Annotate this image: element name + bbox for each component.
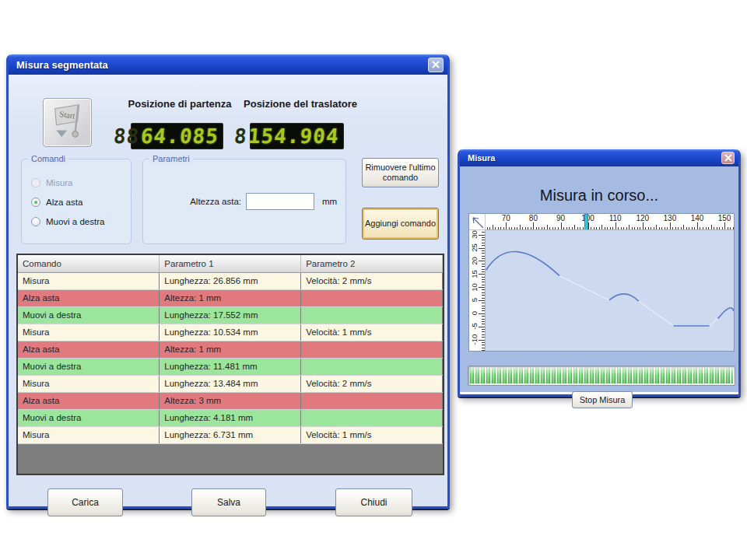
- window-title: Misura: [468, 153, 721, 163]
- lcd-value: 64.085: [140, 124, 220, 148]
- measurement-progress-bar: [468, 366, 735, 386]
- x-tick-label: 80: [521, 214, 545, 222]
- window-misura-segmentata: Misura segmentata Start Posizione di par…: [6, 54, 450, 509]
- start-button[interactable]: Start: [43, 98, 92, 147]
- radio-icon: [31, 217, 40, 226]
- add-command-button[interactable]: Aggiungi comando: [362, 208, 439, 240]
- x-tick-label: 70: [494, 214, 517, 222]
- column-header[interactable]: Parametro 1: [160, 255, 301, 272]
- window-misura: Misura Misura in corso... 70809010011012…: [458, 149, 741, 397]
- position-cursor: [584, 214, 588, 230]
- column-header[interactable]: Parametro 2: [301, 255, 443, 272]
- table-cell: Lunghezza: 11.481 mm: [160, 358, 301, 375]
- table-cell: Muovi a destra: [18, 358, 160, 375]
- lcd-ghost-digits: 8: [233, 124, 247, 148]
- radio-icon: [31, 198, 40, 207]
- x-tick-label: 90: [549, 214, 573, 222]
- curve-segment: [486, 252, 559, 276]
- close-icon[interactable]: [721, 152, 735, 164]
- x-tick-label: 110: [604, 214, 627, 222]
- table-cell: Altezza: 3 mm: [160, 392, 301, 409]
- table-cell: [301, 341, 443, 358]
- measurement-chart: 708090100110120130140150 302520151050-5-…: [468, 213, 735, 352]
- measure-in-progress-heading: Misura in corso...: [460, 187, 738, 205]
- altezza-asta-input[interactable]: [246, 193, 314, 210]
- table-cell: Alza asta: [18, 392, 160, 409]
- stop-misura-button[interactable]: Stop Misura: [572, 391, 633, 408]
- carica-button[interactable]: Carica: [47, 488, 123, 516]
- remove-last-command-button[interactable]: Rimuovere l'ultimo comando: [362, 158, 439, 187]
- table-cell: Misura: [18, 375, 160, 392]
- radio-option-alza-asta[interactable]: Alza asta: [31, 198, 82, 207]
- table-cell: [301, 409, 443, 426]
- radio-option-muovi-a-destra[interactable]: Muovi a destra: [31, 217, 104, 226]
- ruler-corner-arrow-icon: [469, 214, 486, 230]
- radio-icon: [31, 178, 40, 187]
- table-cell: [301, 392, 443, 409]
- groupbox-comandi-title: Comandi: [28, 153, 68, 164]
- radio-option-misura: Misura: [31, 178, 73, 187]
- table-cell: [301, 358, 443, 375]
- table-cell: Altezza: 1 mm: [160, 341, 301, 358]
- window-title: Misura segmentata: [16, 59, 428, 71]
- table-row[interactable]: MisuraLunghezza: 13.484 mmVelocità: 2 mm…: [18, 375, 443, 392]
- curve-segment: [718, 308, 734, 319]
- table-cell: Velocità: 2 mm/s: [301, 272, 443, 289]
- x-tick-label: 150: [713, 214, 734, 222]
- desktop: Misura segmentata Start Posizione di par…: [0, 0, 747, 560]
- table-cell: [301, 306, 443, 324]
- table-row[interactable]: Alza astaAltezza: 3 mm: [18, 392, 443, 409]
- titlebar-misura-segmentata[interactable]: Misura segmentata: [9, 54, 447, 75]
- label-posizione-traslatore: Posizione del traslatore: [242, 99, 359, 110]
- table-cell: [301, 289, 443, 306]
- table-cell: Muovi a destra: [18, 306, 160, 324]
- table-row[interactable]: Muovi a destraLunghezza: 4.181 mm: [18, 409, 443, 426]
- table-cell: Velocità: 2 mm/s: [301, 375, 443, 392]
- table-cell: Misura: [18, 426, 160, 443]
- close-icon[interactable]: [428, 58, 444, 72]
- table-cell: Lunghezza: 4.181 mm: [160, 409, 301, 426]
- table-cell: Lunghezza: 17.552 mm: [160, 306, 301, 324]
- client-area: Misura in corso... 708090100110120130140…: [460, 166, 738, 392]
- y-ruler: 302520151050-5-10: [469, 230, 486, 351]
- table-header-row: ComandoParametro 1Parametro 2: [18, 255, 443, 272]
- table-cell: Alza asta: [18, 341, 160, 358]
- table-cell: Muovi a destra: [18, 409, 160, 426]
- radio-label: Muovi a destra: [46, 217, 104, 226]
- table-row[interactable]: Alza astaAltezza: 1 mm: [18, 289, 443, 306]
- radio-label: Misura: [46, 178, 73, 187]
- table-row[interactable]: MisuraLunghezza: 10.534 mmVelocità: 1 mm…: [18, 324, 443, 341]
- table-cell: Velocità: 1 mm/s: [301, 426, 443, 443]
- lcd-posizione-traslatore: 8 154.904: [250, 123, 344, 149]
- command-table: ComandoParametro 1Parametro 2 MisuraLung…: [16, 254, 444, 475]
- x-tick-label: 130: [658, 214, 682, 222]
- table-row[interactable]: MisuraLunghezza: 6.731 mmVelocità: 1 mm/…: [18, 426, 443, 443]
- unit-label: mm: [322, 197, 337, 206]
- table-cell: Lunghezza: 26.856 mm: [160, 272, 301, 289]
- curve-faint-segment: [559, 276, 609, 300]
- x-ruler: 708090100110120130140150: [486, 214, 734, 230]
- table-row[interactable]: Muovi a destraLunghezza: 17.552 mm: [18, 306, 443, 324]
- x-tick-label: 140: [686, 214, 709, 222]
- table-row[interactable]: MisuraLunghezza: 26.856 mmVelocità: 2 mm…: [18, 272, 443, 289]
- table-cell: Misura: [18, 324, 160, 341]
- table-row[interactable]: Alza astaAltezza: 1 mm: [18, 341, 443, 358]
- lcd-ghost-digits: 88: [112, 124, 140, 148]
- groupbox-comandi: Comandi MisuraAlza astaMuovi a destra: [21, 159, 132, 244]
- curve-faint-segment: [710, 319, 718, 326]
- groupbox-parametri: Parametri Altezza asta: mm: [142, 159, 346, 244]
- table-cell: Altezza: 1 mm: [160, 289, 301, 306]
- salva-button[interactable]: Salva: [191, 488, 266, 516]
- titlebar-misura[interactable]: Misura: [460, 149, 738, 166]
- groupbox-parametri-title: Parametri: [149, 153, 193, 164]
- chiudi-button[interactable]: Chiudi: [335, 488, 412, 516]
- table-row[interactable]: Muovi a destraLunghezza: 11.481 mm: [18, 358, 443, 375]
- lcd-posizione-partenza: 88 64.085: [131, 123, 223, 149]
- plot-area: [486, 230, 734, 351]
- table-cell: Velocità: 1 mm/s: [301, 324, 443, 341]
- column-header[interactable]: Comando: [18, 255, 160, 272]
- curve-segment: [609, 294, 639, 301]
- client-area: Start Posizione di partenza 88 64.085 Po…: [9, 75, 447, 506]
- table-cell: Lunghezza: 6.731 mm: [160, 426, 301, 443]
- x-tick-label: 120: [631, 214, 654, 222]
